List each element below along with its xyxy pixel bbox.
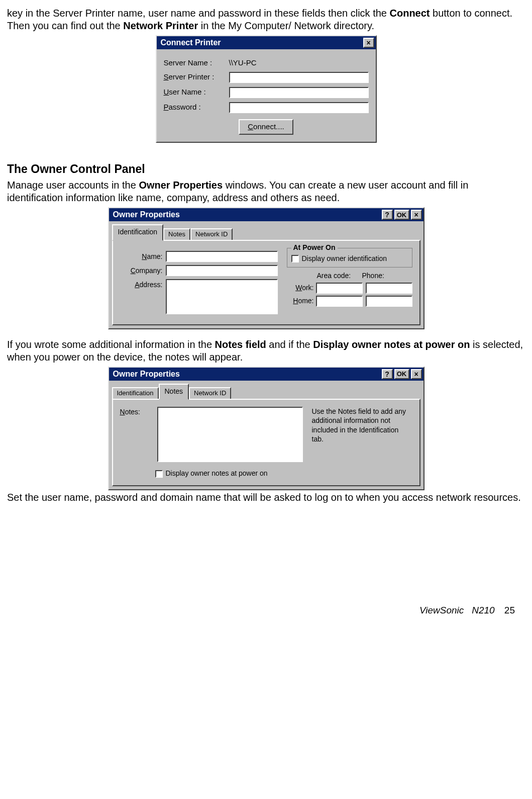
user-name-label: User Name : <box>164 87 229 97</box>
owner-properties-identification-dialog: Owner Properties ? OK × Identification N… <box>108 207 424 329</box>
ok-button[interactable]: OK <box>394 210 409 220</box>
owner-properties-title-1: Owner Properties <box>113 210 180 220</box>
address-label: Address: <box>120 279 166 290</box>
ok-button[interactable]: OK <box>394 369 409 379</box>
user-name-input[interactable] <box>229 87 369 98</box>
work-label: Work: <box>287 284 316 293</box>
connect-printer-dialog: Connect Printer × Server Name : \\YU-PC … <box>156 35 377 143</box>
tab-identification[interactable]: Identification <box>112 224 164 241</box>
name-label: Name: <box>120 251 166 261</box>
work-phone-input[interactable] <box>366 283 412 294</box>
intro-text-1: key in the Server Printer name, user nam… <box>7 8 390 19</box>
intro-paragraph: key in the Server Printer name, user nam… <box>7 7 525 32</box>
tab-notes[interactable]: Notes <box>163 228 190 240</box>
password-label: Password : <box>164 103 229 112</box>
display-owner-identification-label: Display owner identification <box>302 254 387 263</box>
notes-paragraph: If you wrote some additional information… <box>7 338 525 364</box>
help-icon[interactable]: ? <box>382 210 393 220</box>
connect-printer-titlebar: Connect Printer × <box>157 36 376 49</box>
close-icon[interactable]: × <box>363 38 374 48</box>
server-name-value: \\YU-PC <box>229 58 257 68</box>
display-owner-notes-checkbox[interactable] <box>155 470 163 478</box>
home-label: Home: <box>287 297 316 306</box>
company-input[interactable] <box>166 265 278 276</box>
close-icon[interactable]: × <box>411 369 422 379</box>
owner-properties-notes-dialog: Owner Properties ? OK × Identification N… <box>108 367 424 490</box>
page-footer: ViewSonic N210 25 <box>7 604 525 616</box>
area-code-header: Area code: <box>317 272 362 281</box>
owner-properties-titlebar-1: Owner Properties ? OK × <box>109 208 423 221</box>
close-icon[interactable]: × <box>411 210 422 220</box>
connect-button[interactable]: Connect.... <box>239 119 293 135</box>
server-printer-label: Server Printer : <box>164 72 229 82</box>
footer-model: N210 <box>472 605 494 615</box>
footer-page-number: 25 <box>504 605 515 615</box>
password-input[interactable] <box>229 102 369 113</box>
notes-label: Notes: <box>120 407 157 462</box>
display-owner-identification-checkbox[interactable] <box>291 255 299 262</box>
server-printer-input[interactable] <box>229 72 369 83</box>
work-area-code-input[interactable] <box>316 283 363 294</box>
final-paragraph: Set the user name, password and domain n… <box>7 491 525 504</box>
owner-paragraph: Manage user accounts in the Owner Proper… <box>7 179 525 204</box>
at-power-on-group: At Power On Display owner identification <box>287 248 412 268</box>
owner-properties-titlebar-2: Owner Properties ? OK × <box>109 368 423 381</box>
tab-identification[interactable]: Identification <box>112 387 159 399</box>
display-owner-notes-label: Display owner notes at power on <box>166 469 268 478</box>
intro-bold-1: Connect <box>390 8 430 19</box>
at-power-on-title: At Power On <box>291 243 338 252</box>
address-input[interactable] <box>166 279 278 314</box>
home-phone-input[interactable] <box>366 296 412 307</box>
owner-properties-title-2: Owner Properties <box>113 369 180 379</box>
tab-network-id[interactable]: Network ID <box>189 387 231 399</box>
intro-text-3: in the My Computer/ Network directory. <box>198 20 374 31</box>
tab-network-id[interactable]: Network ID <box>190 228 233 240</box>
name-input[interactable] <box>166 251 278 262</box>
notes-textarea[interactable] <box>157 407 303 462</box>
connect-printer-title: Connect Printer <box>161 38 221 48</box>
server-name-label: Server Name : <box>164 58 229 68</box>
owner-control-panel-heading: The Owner Control Panel <box>7 162 525 176</box>
company-label: Company: <box>120 265 166 276</box>
intro-bold-2: Network Printer <box>123 20 198 31</box>
notes-hint-text: Use the Notes field to add any additiona… <box>312 407 412 443</box>
phone-header: Phone: <box>362 272 384 281</box>
tab-notes[interactable]: Notes <box>159 384 189 400</box>
footer-brand: ViewSonic <box>419 605 464 615</box>
home-area-code-input[interactable] <box>316 296 363 307</box>
help-icon[interactable]: ? <box>382 369 393 379</box>
